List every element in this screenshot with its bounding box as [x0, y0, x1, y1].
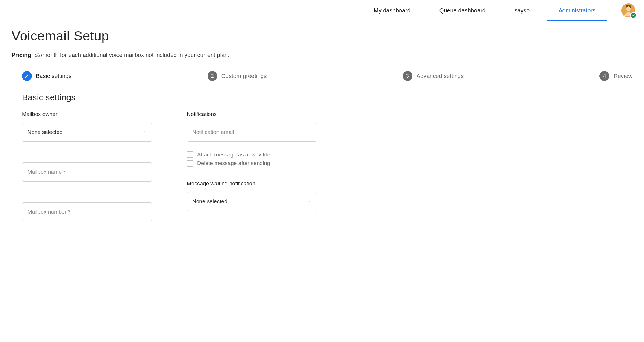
step-label: Advanced settings: [417, 73, 464, 80]
caret-down-icon: [307, 198, 311, 205]
attach-wav-checkbox[interactable]: [187, 151, 193, 158]
mailbox-name-input[interactable]: [27, 163, 147, 181]
tab-administrators[interactable]: Administrators: [544, 0, 610, 21]
attach-wav-checkbox-row[interactable]: Attach message as a .wav file: [187, 151, 317, 158]
notification-email-field[interactable]: [187, 123, 317, 142]
mailbox-number-input[interactable]: [27, 203, 147, 221]
section-heading: Basic settings: [22, 93, 632, 102]
step-circle: 2: [208, 71, 217, 81]
step-label: Review: [613, 73, 632, 80]
step-review[interactable]: 4 Review: [599, 71, 632, 81]
step-label: Basic settings: [36, 73, 71, 80]
mwi-select[interactable]: None selected: [187, 192, 317, 211]
step-advanced-settings[interactable]: 3 Advanced settings: [403, 71, 464, 81]
mwi-label: Message waiting notification: [187, 180, 317, 187]
step-basic-settings[interactable]: Basic settings: [22, 71, 71, 81]
tab-my-dashboard[interactable]: My dashboard: [359, 0, 425, 21]
select-value: None selected: [27, 129, 62, 135]
attach-wav-label: Attach message as a .wav file: [197, 151, 270, 158]
mailbox-name-field[interactable]: [22, 162, 152, 182]
delete-after-checkbox-row[interactable]: Delete message after sending: [187, 160, 317, 167]
step-number: 4: [603, 73, 606, 79]
left-column: Mailbox owner None selected: [22, 111, 152, 221]
tab-label: Queue dashboard: [439, 7, 486, 14]
step-circle: 3: [403, 71, 412, 81]
pricing-label: Pricing: [12, 52, 31, 58]
pricing-info: Pricing: $2/month for each additional vo…: [12, 52, 632, 58]
tab-sayso[interactable]: sayso: [500, 0, 544, 21]
svg-point-1: [626, 6, 631, 11]
step-connector: [272, 76, 397, 76]
step-number: 2: [211, 73, 214, 79]
online-status-badge: [630, 12, 636, 19]
page-body: Voicemail Setup Pricing: $2/month for ea…: [0, 21, 644, 239]
pricing-text: : $2/month for each additional voice mai…: [31, 52, 230, 58]
user-avatar[interactable]: [621, 3, 635, 17]
step-label: Custom greetings: [221, 73, 267, 80]
step-circle: 4: [599, 71, 609, 81]
tab-label: My dashboard: [374, 7, 410, 14]
tab-label: sayso: [515, 7, 530, 14]
step-custom-greetings[interactable]: 2 Custom greetings: [208, 71, 267, 81]
tab-queue-dashboard[interactable]: Queue dashboard: [425, 0, 500, 21]
caret-down-icon: [143, 129, 147, 135]
right-column: Notifications Attach message as a .wav f…: [187, 111, 317, 221]
step-number: 3: [406, 73, 409, 79]
check-icon: [632, 14, 635, 17]
delete-after-checkbox[interactable]: [187, 160, 193, 167]
select-value: None selected: [192, 198, 227, 205]
form-grid: Mailbox owner None selected Notification…: [22, 111, 632, 221]
step-circle: [22, 71, 32, 81]
notifications-label: Notifications: [187, 111, 317, 117]
step-connector: [469, 76, 594, 76]
pencil-icon: [25, 74, 29, 78]
tab-label: Administrators: [558, 7, 595, 14]
mailbox-number-field[interactable]: [22, 202, 152, 221]
mailbox-owner-select[interactable]: None selected: [22, 123, 152, 142]
notification-email-input[interactable]: [192, 123, 311, 141]
nav-tabs: My dashboard Queue dashboard sayso Admin…: [359, 0, 610, 21]
step-connector: [77, 76, 202, 76]
delete-after-label: Delete message after sending: [197, 160, 270, 167]
mailbox-owner-label: Mailbox owner: [22, 111, 152, 117]
wizard-stepper: Basic settings 2 Custom greetings 3 Adva…: [22, 71, 632, 81]
page-title: Voicemail Setup: [12, 28, 632, 44]
top-header: My dashboard Queue dashboard sayso Admin…: [0, 0, 644, 21]
